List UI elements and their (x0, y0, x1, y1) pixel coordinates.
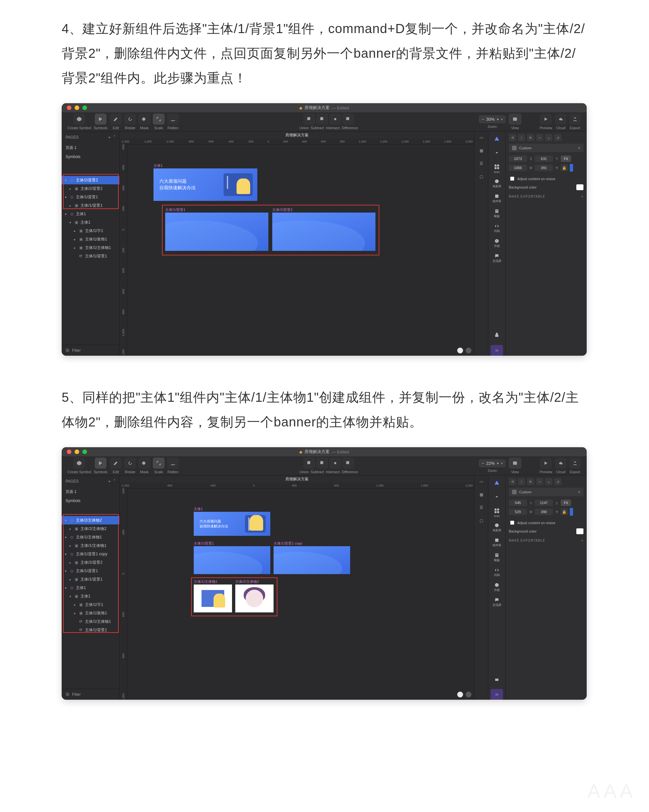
bg1-artboard[interactable] (194, 546, 270, 574)
edit-button[interactable] (110, 114, 122, 125)
layer-row[interactable]: ▸▣主体/1/主体物1 (62, 541, 119, 550)
list-icon[interactable]: ☰ (478, 504, 485, 511)
layer-row[interactable]: ⟳主体/1/主体物1 (62, 617, 119, 626)
layer-row[interactable]: ▸▣主体/1/装饰1 (62, 609, 119, 617)
layer-row[interactable]: ▸▣主体/1/字1 (62, 226, 119, 235)
align-center[interactable]: ⫶ (518, 478, 525, 485)
rotate-button[interactable] (124, 458, 136, 469)
add-export-button[interactable]: + (581, 195, 583, 198)
intersect-button[interactable] (329, 114, 341, 125)
layer-row[interactable]: ▸▣主体/1/主体物1 (62, 243, 119, 252)
view-button[interactable] (509, 114, 521, 125)
layer-row[interactable]: ▾◇主体/1/背景1 (62, 193, 119, 201)
mask-button[interactable] (139, 114, 150, 125)
create-symbol-button[interactable] (73, 114, 85, 125)
mask-button[interactable] (139, 458, 150, 469)
banner-artboard[interactable]: 六大肩颈问题自我快速解决办法 (194, 512, 270, 536)
x-field[interactable]: 1073 (509, 156, 527, 162)
page-item[interactable]: 页面 1 (62, 143, 119, 153)
layer-row[interactable]: ▾◇主体1 (62, 583, 119, 592)
union-button[interactable] (304, 114, 315, 125)
y-field[interactable]: 631 (535, 156, 553, 162)
upgrade-icon[interactable]: 升级 (492, 238, 502, 248)
scale-badge[interactable]: 2x (491, 345, 503, 356)
zoom-icon[interactable] (82, 105, 87, 110)
color-library[interactable]: 色彩库 (492, 523, 502, 533)
w-field[interactable]: 529 (509, 508, 527, 515)
fit-button[interactable]: Fit (561, 499, 571, 506)
zoom-icon[interactable] (82, 449, 87, 454)
minimize-icon[interactable] (75, 105, 79, 110)
adjust-content-checkbox[interactable] (510, 177, 514, 181)
lock-icon[interactable] (492, 674, 502, 684)
difference-button[interactable] (342, 458, 354, 469)
upgrade-icon[interactable]: 升级 (492, 583, 502, 592)
edit-button[interactable] (110, 458, 122, 469)
scale-button[interactable] (153, 458, 165, 469)
flatten-button[interactable] (167, 458, 179, 469)
template-library[interactable]: 模版 (492, 209, 502, 218)
traffic-lights[interactable] (62, 449, 87, 454)
zoom-dropdown[interactable]: −30%+▾ (479, 115, 506, 123)
bg2-artboard[interactable] (272, 212, 376, 251)
rotate-button[interactable] (124, 114, 136, 125)
layer-row[interactable]: ⟳主体/1/背景1 (62, 626, 119, 634)
adjust-content-checkbox[interactable] (510, 520, 514, 525)
cloud-button[interactable] (555, 114, 567, 125)
union-button[interactable] (304, 458, 315, 469)
intersect-button[interactable] (329, 458, 341, 469)
bg-color-swatch[interactable] (576, 528, 583, 534)
layer-row[interactable]: ▸▣主体/1/背景1 (62, 201, 119, 210)
subtract-button[interactable] (316, 458, 328, 469)
artboard-label[interactable]: 主体/1/背景1 (165, 208, 185, 212)
grid-icon[interactable]: ▦ (478, 147, 485, 154)
chat-icon[interactable]: 交流群 (492, 253, 502, 263)
orientation-toggle[interactable] (570, 164, 573, 172)
layer-row[interactable]: ▾◇主体/1/主体物1 (62, 533, 119, 541)
canvas-area[interactable]: 肩颈解决方案 -1,400-1,200-1,000-800-600-400-20… (120, 131, 474, 356)
align-bot[interactable]: ⫡ (554, 478, 561, 485)
align-icon[interactable]: ▭ (478, 478, 485, 485)
upload-icon[interactable] (492, 493, 502, 503)
artboard-label[interactable]: 主体/1/背景1 (194, 541, 214, 546)
icon-library[interactable]: Icon (492, 508, 502, 517)
symbols-page-item[interactable]: Symbols (62, 153, 119, 161)
layer-row[interactable]: ▾◇主体/2/主体物2 (62, 516, 119, 525)
export-button[interactable] (569, 114, 581, 125)
component-library[interactable]: 组件库 (492, 194, 502, 203)
layer-row[interactable]: ▾▣主体1 (62, 592, 119, 600)
minimize-icon[interactable] (75, 449, 79, 454)
lock-aspect[interactable]: 🔒 (561, 508, 568, 515)
align-top[interactable]: ⫟ (536, 478, 543, 485)
traffic-lights[interactable] (62, 105, 87, 110)
layer-row[interactable]: ▸▣主体/1/装饰1 (62, 235, 119, 243)
layer-row[interactable]: ▸▣主体/2/背景2 (62, 558, 119, 567)
artboard-label[interactable]: 主体/2/主体物2 (235, 579, 259, 584)
align-icon[interactable]: ▭ (478, 134, 485, 141)
h-field[interactable]: 390 (535, 508, 553, 515)
preview-button[interactable] (540, 458, 552, 469)
square-icon[interactable]: ▢ (478, 173, 485, 180)
code-icon[interactable]: 代码 (492, 568, 502, 577)
size-preset[interactable]: Custom▾ (509, 144, 583, 152)
layer-row[interactable]: ▸▣主体/2/主体物2 (62, 525, 119, 533)
layer-row[interactable]: ▸▣主体/1/背景1 (62, 575, 119, 583)
filter-input[interactable]: ⦿Filter (62, 345, 119, 356)
zoom-dropdown[interactable]: −22%+▾ (479, 459, 506, 467)
component-library[interactable]: 组件库 (492, 538, 502, 548)
scale-badge[interactable]: 2x (491, 689, 503, 700)
orientation-toggle[interactable] (570, 508, 573, 516)
close-icon[interactable] (67, 105, 72, 110)
preview-button[interactable] (540, 114, 552, 125)
align-left[interactable]: ⫷ (509, 478, 516, 485)
layer-row[interactable]: ▾▣主体1 (62, 218, 119, 226)
subtract-button[interactable] (316, 114, 328, 125)
layer-row[interactable]: ▸▣主体/1/字1 (62, 600, 119, 609)
align-left[interactable]: ⫷ (509, 134, 516, 141)
icon-library[interactable]: Icon (492, 164, 502, 174)
grid-icon[interactable]: ▦ (478, 491, 485, 498)
align-right[interactable]: ⫸ (527, 478, 534, 485)
layer-row[interactable]: ▾◇主体/1/背景1 copy (62, 550, 119, 558)
symbols-button[interactable] (95, 458, 107, 469)
x-field[interactable]: 545 (509, 499, 527, 506)
